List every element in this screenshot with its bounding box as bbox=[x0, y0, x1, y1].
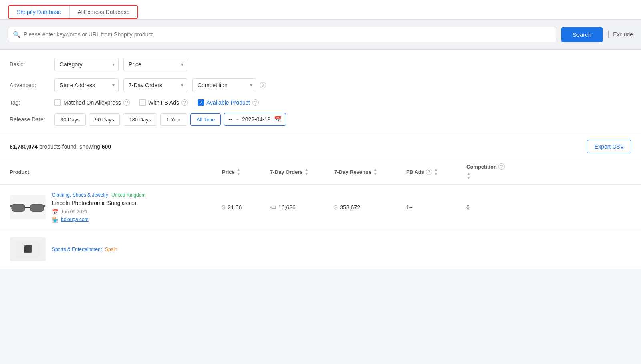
store-address-select[interactable]: Store Address bbox=[54, 78, 119, 92]
available-product-help-icon[interactable]: ? bbox=[252, 99, 259, 106]
date-row: 30 Days 90 Days 180 Days 1 Year All Time… bbox=[54, 113, 286, 126]
date-1-year-btn[interactable]: 1 Year bbox=[160, 113, 187, 126]
exclude-wrap[interactable]: ⎣ Exclude bbox=[607, 31, 633, 38]
product-store-meta-1: 🏪 bolouga.com bbox=[52, 217, 145, 223]
results-total-label: products found, showing bbox=[39, 143, 102, 150]
product-category-2: Sports & Entertainment bbox=[52, 247, 102, 252]
th-7day-revenue[interactable]: 7-Day Revenue ▲▼ bbox=[334, 167, 406, 176]
fb-ads-value-1: 1+ bbox=[406, 204, 413, 211]
date-to-value: 2022-04-19 bbox=[242, 116, 271, 123]
store-icon-1: 🏪 bbox=[52, 217, 58, 223]
price-select[interactable]: Price bbox=[123, 58, 187, 71]
orders-value-1: 16,636 bbox=[278, 204, 296, 211]
product-cell-1: Clothing, Shoes & Jewelry United Kingdom… bbox=[10, 192, 222, 223]
date-range-wrap[interactable]: -- ~ 2022-04-19 📅 bbox=[224, 113, 286, 126]
category-select[interactable]: Category bbox=[54, 58, 119, 71]
search-button[interactable]: Search bbox=[561, 27, 603, 42]
product-info-2: Sports & Entertainment Spain bbox=[52, 247, 117, 252]
tab-aliexpress-database[interactable]: AliExpress Database bbox=[70, 6, 138, 18]
results-bar: 61,780,074 products found, showing 600 E… bbox=[0, 134, 641, 159]
product-country-1: United Kingdom bbox=[111, 192, 145, 198]
top-tabs-section: Shopify Database AliExpress Database bbox=[0, 0, 641, 20]
product-tags-1: Clothing, Shoes & Jewelry United Kingdom bbox=[52, 192, 145, 198]
matched-aliexpress-label: Matched On Aliexpress bbox=[63, 99, 121, 106]
matched-aliexpress-help-icon[interactable]: ? bbox=[123, 99, 130, 106]
fb-ads-help-icon[interactable]: ? bbox=[181, 99, 188, 106]
matched-aliexpress-checkbox[interactable] bbox=[54, 99, 61, 106]
revenue-sort-icon: ▲▼ bbox=[373, 167, 377, 176]
tag-fb-ads[interactable]: With FB Ads ? bbox=[139, 99, 188, 106]
competition-select-group: Competition ? bbox=[192, 78, 266, 92]
advanced-filter-row: Advanced: Store Address 7-Day Orders Com… bbox=[10, 78, 631, 92]
svg-rect-6 bbox=[31, 205, 43, 211]
orders-select-wrap: 7-Day Orders bbox=[123, 78, 187, 92]
advanced-label: Advanced: bbox=[10, 82, 50, 88]
tag-label: Tag: bbox=[10, 99, 50, 106]
results-showing: 600 bbox=[102, 143, 111, 150]
price-value-1: 21.56 bbox=[228, 204, 242, 211]
filters-section: Basic: Category Price Advanced: Store Ad… bbox=[0, 50, 641, 134]
svg-rect-3 bbox=[10, 205, 12, 207]
orders-cell-1: 🏷 16,636 bbox=[270, 204, 334, 211]
price-icon-1: $ bbox=[222, 204, 225, 211]
fb-ads-col-help-icon[interactable]: ? bbox=[426, 169, 432, 175]
competition-cell-1: 6 bbox=[466, 204, 526, 211]
svg-rect-2 bbox=[25, 207, 30, 208]
competition-select[interactable]: Competition bbox=[192, 78, 256, 92]
th-competition[interactable]: Competition ? ▲▼ bbox=[466, 163, 526, 180]
store-address-select-wrap: Store Address bbox=[54, 78, 119, 92]
tag-matched-aliexpress[interactable]: Matched On Aliexpress ? bbox=[54, 99, 130, 106]
results-count: 61,780,074 products found, showing 600 bbox=[10, 143, 111, 150]
product-info-1: Clothing, Shoes & Jewelry United Kingdom… bbox=[52, 192, 145, 223]
competition-help-icon[interactable]: ? bbox=[260, 82, 266, 88]
release-date-label: Release Date: bbox=[10, 116, 50, 123]
table-row: Clothing, Shoes & Jewelry United Kingdom… bbox=[0, 185, 641, 230]
date-180-days-btn[interactable]: 180 Days bbox=[123, 113, 157, 126]
date-30-days-btn[interactable]: 30 Days bbox=[54, 113, 86, 126]
th-price[interactable]: Price ▲▼ bbox=[222, 167, 270, 176]
search-input-wrap: 🔍 bbox=[8, 27, 556, 42]
th-fb-ads[interactable]: FB Ads ? ▲▼ bbox=[406, 167, 466, 176]
export-csv-button[interactable]: Export CSV bbox=[587, 140, 631, 153]
search-input[interactable] bbox=[8, 27, 556, 42]
product-name-1[interactable]: Lincoln Photochromic Sunglasses bbox=[52, 199, 145, 207]
release-date-row: Release Date: 30 Days 90 Days 180 Days 1… bbox=[10, 113, 631, 126]
results-total: 61,780,074 bbox=[10, 143, 38, 150]
date-all-time-btn[interactable]: All Time bbox=[190, 113, 221, 126]
category-select-wrap: Category bbox=[54, 58, 119, 71]
price-cell-1: $ 21.56 bbox=[222, 204, 270, 211]
product-category-1: Clothing, Shoes & Jewelry bbox=[52, 192, 108, 198]
fb-ads-checkbox[interactable] bbox=[139, 99, 146, 106]
search-bar-section: 🔍 Search ⎣ Exclude bbox=[0, 20, 641, 50]
svg-rect-4 bbox=[43, 205, 45, 207]
basic-filter-row: Basic: Category Price bbox=[10, 58, 631, 71]
available-product-checkbox[interactable] bbox=[198, 99, 204, 106]
revenue-icon-1: $ bbox=[334, 204, 337, 211]
product-image-2: ⬛ bbox=[10, 237, 46, 261]
fb-ads-sort-icon: ▲▼ bbox=[434, 167, 438, 176]
tag-available-product[interactable]: Available Product ? bbox=[198, 99, 259, 106]
th-7day-orders[interactable]: 7-Day Orders ▲▼ bbox=[270, 167, 334, 176]
table-header: Product Price ▲▼ 7-Day Orders ▲▼ 7-Day R… bbox=[0, 159, 641, 185]
date-90-days-btn[interactable]: 90 Days bbox=[89, 113, 120, 126]
tab-shopify-database[interactable]: Shopify Database bbox=[9, 6, 70, 18]
tag-row: Matched On Aliexpress ? With FB Ads ? Av… bbox=[54, 99, 259, 106]
tag-filter-row: Tag: Matched On Aliexpress ? With FB Ads… bbox=[10, 99, 631, 106]
competition-col-help-icon[interactable]: ? bbox=[498, 163, 505, 170]
orders-icon-1: 🏷 bbox=[270, 204, 276, 211]
orders-sort-icon: ▲▼ bbox=[304, 167, 309, 176]
th-product: Product bbox=[10, 169, 222, 175]
fb-ads-cell-1: 1+ bbox=[406, 204, 466, 211]
table-section: Product Price ▲▼ 7-Day Orders ▲▼ 7-Day R… bbox=[0, 159, 641, 269]
revenue-cell-1: $ 358,672 bbox=[334, 204, 406, 211]
price-sort-icon: ▲▼ bbox=[236, 167, 241, 176]
competition-value-1: 6 bbox=[466, 204, 470, 211]
product-cell-2: ⬛ Sports & Entertainment Spain bbox=[10, 237, 222, 261]
orders-select[interactable]: 7-Day Orders bbox=[123, 78, 187, 92]
product-store-1[interactable]: bolouga.com bbox=[61, 217, 89, 222]
tab-border-box: Shopify Database AliExpress Database bbox=[8, 5, 138, 19]
price-select-wrap: Price bbox=[123, 58, 187, 71]
product-tags-2: Sports & Entertainment Spain bbox=[52, 247, 117, 252]
date-from-value: -- bbox=[228, 116, 232, 123]
calendar-icon[interactable]: 📅 bbox=[274, 116, 282, 123]
